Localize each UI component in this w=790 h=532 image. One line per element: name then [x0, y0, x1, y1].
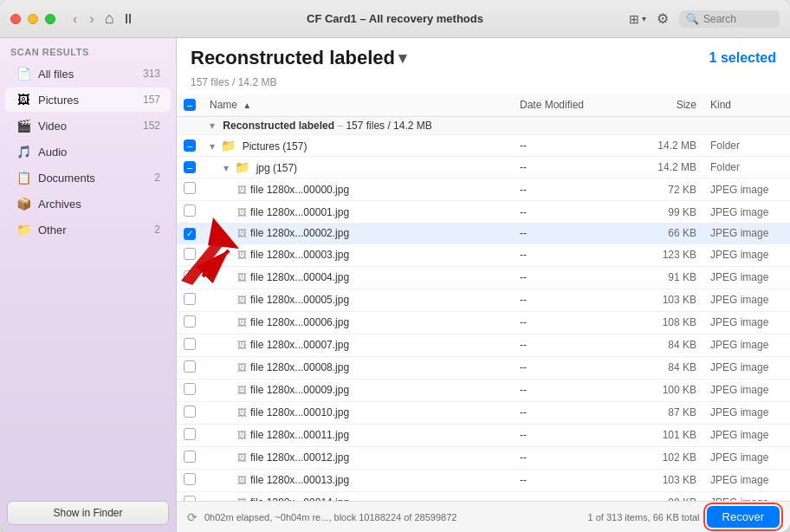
jpg-folder-kind: Folder [703, 157, 790, 178]
file-checkbox[interactable] [184, 473, 196, 485]
col-header-name[interactable]: Name ▲ [203, 94, 513, 117]
file-checkbox[interactable] [184, 428, 196, 440]
file-checkbox[interactable] [184, 248, 196, 260]
jpg-folder-size: 14.2 MB [634, 157, 703, 178]
file-kind: JPEG image [703, 178, 790, 201]
col-header-date[interactable]: Date Modified [513, 94, 634, 117]
file-kind: JPEG image [703, 379, 790, 401]
recover-button[interactable]: Recover [707, 506, 780, 528]
table-row[interactable]: 🖼file 1280x...00001.jpg--99 KBJPEG image [177, 201, 790, 224]
file-table: – Name ▲ Date Modified Size Kind [177, 94, 790, 501]
table-row[interactable]: 🖼file 1280x...00000.jpg--72 KBJPEG image [177, 178, 790, 201]
forward-button[interactable]: › [86, 10, 97, 29]
sidebar-item-all-files[interactable]: 📄 All files 313 [5, 62, 171, 86]
table-row[interactable]: 🖼file 1280x...00006.jpg--108 KBJPEG imag… [177, 311, 790, 334]
sidebar-label-documents: Documents [38, 172, 147, 185]
table-row[interactable]: 🖼file 1280x...00005.jpg--103 KBJPEG imag… [177, 289, 790, 311]
sidebar: Scan results 📄 All files 313 🖼 Pictures … [0, 38, 177, 532]
file-date: -- [513, 491, 634, 501]
file-checkbox[interactable] [184, 360, 196, 373]
file-name: 🖼file 1280x...00000.jpg [203, 178, 513, 201]
pause-button[interactable]: ⏸ [121, 11, 135, 27]
file-checkbox[interactable] [184, 451, 196, 463]
file-date: -- [513, 401, 634, 424]
view-toggle-button[interactable]: ⊞ ▾ [629, 12, 646, 26]
close-button[interactable] [10, 14, 21, 24]
maximize-button[interactable] [45, 14, 55, 24]
file-kind: JPEG image [703, 266, 790, 289]
search-input[interactable] [703, 13, 773, 25]
col-header-size[interactable]: Size [634, 94, 703, 117]
home-button[interactable]: ⌂ [105, 10, 114, 28]
table-row[interactable]: 🖼file 1280x...00009.jpg--100 KBJPEG imag… [177, 379, 790, 401]
titlebar-controls: ⊞ ▾ ⚙ 🔍 [629, 10, 780, 28]
filter-button[interactable]: ⚙ [657, 10, 669, 27]
file-checkbox[interactable] [184, 204, 196, 217]
status-text: 0h02m elapsed, ~0h04m re..., block 10188… [204, 512, 581, 522]
file-table-container[interactable]: – Name ▲ Date Modified Size Kind [177, 94, 790, 501]
back-button[interactable]: ‹ [69, 10, 81, 29]
table-row[interactable]: 🖼file 1280x...00008.jpg--84 KBJPEG image [177, 356, 790, 379]
status-count: 1 of 313 items, 66 KB total [588, 512, 700, 522]
table-row[interactable]: – ▾ 📁 Pictures (157) -- 14.2 MB Folder [177, 135, 790, 157]
table-row[interactable]: 🖼file 1280x...00011.jpg--101 KBJPEG imag… [177, 424, 790, 446]
sidebar-count-pictures: 157 [143, 94, 160, 106]
view-grid-icon: ⊞ [629, 12, 639, 26]
file-checkbox[interactable] [184, 383, 196, 395]
search-box: 🔍 [679, 10, 780, 28]
table-row[interactable]: – ▾ 📁 jpg (157) -- 14.2 MB Folder [177, 157, 790, 178]
file-checkbox[interactable] [184, 293, 196, 305]
jpg-folder-checkbox[interactable]: – [184, 161, 196, 173]
file-date: -- [513, 266, 634, 289]
file-checkbox[interactable] [184, 270, 196, 282]
main-window: ‹ › ⌂ ⏸ CF Card1 – All recovery methods … [0, 0, 790, 532]
file-name: 🖼file 1280x...00012.jpg [203, 446, 513, 469]
file-checkbox[interactable] [184, 182, 196, 194]
sidebar-item-documents[interactable]: 📋 Documents 2 [5, 165, 171, 190]
sidebar-label-video: Video [38, 120, 136, 133]
sidebar-item-other[interactable]: 📁 Other 2 [5, 217, 171, 242]
minimize-button[interactable] [28, 14, 38, 24]
table-row[interactable]: 🖼file 1280x...00004.jpg--91 KBJPEG image [177, 266, 790, 289]
file-name: 🖼file 1280x...00006.jpg [203, 311, 513, 334]
traffic-lights [10, 14, 55, 24]
file-kind: JPEG image [703, 356, 790, 379]
table-row[interactable]: 🖼file 1280x...00010.jpg--87 KBJPEG image [177, 401, 790, 424]
table-row[interactable]: 🖼file 1280x...00014.jpg--99 KBJPEG image [177, 491, 790, 501]
select-all-checkbox[interactable]: – [184, 99, 196, 111]
sidebar-item-audio[interactable]: 🎵 Audio [5, 139, 171, 164]
search-icon: 🔍 [686, 13, 699, 25]
sidebar-item-video[interactable]: 🎬 Video 152 [5, 114, 171, 138]
file-checkbox[interactable] [184, 315, 196, 328]
sidebar-label-archives: Archives [38, 198, 153, 211]
table-row[interactable]: 🖼file 1280x...00012.jpg--102 KBJPEG imag… [177, 446, 790, 469]
show-in-finder-button[interactable]: Show in Finder [7, 501, 169, 525]
pictures-folder-name: ▾ 📁 Pictures (157) [203, 135, 513, 157]
file-date: -- [513, 356, 634, 379]
table-row[interactable]: 🖼file 1280x...00003.jpg--123 KBJPEG imag… [177, 243, 790, 266]
file-checkbox[interactable] [184, 405, 196, 418]
sidebar-item-archives[interactable]: 📦 Archives [5, 191, 171, 216]
file-size: 103 KB [634, 289, 703, 311]
col-header-kind[interactable]: Kind [703, 94, 790, 117]
table-row[interactable]: ✓🖼file 1280x...00002.jpg--66 KBJPEG imag… [177, 224, 790, 244]
content-title-group: Reconstructed labeled ▾ [191, 47, 406, 69]
pictures-folder-checkbox[interactable]: – [184, 139, 196, 152]
file-size: 87 KB [634, 401, 703, 424]
documents-icon: 📋 [16, 170, 31, 185]
pictures-icon: 🖼 [16, 92, 31, 107]
file-kind: JPEG image [703, 424, 790, 446]
file-date: -- [513, 201, 634, 224]
file-checkbox[interactable] [184, 338, 196, 350]
file-size: 101 KB [634, 424, 703, 446]
file-kind: JPEG image [703, 243, 790, 266]
table-row[interactable]: 🖼file 1280x...00013.jpg--103 KBJPEG imag… [177, 469, 790, 491]
file-checkbox[interactable]: ✓ [184, 228, 196, 240]
file-date: -- [513, 379, 634, 401]
table-row[interactable]: 🖼file 1280x...00007.jpg--84 KBJPEG image [177, 334, 790, 356]
main-area: Scan results 📄 All files 313 🖼 Pictures … [0, 38, 790, 532]
file-name: 🖼file 1280x...00003.jpg [203, 243, 513, 266]
file-size: 123 KB [634, 243, 703, 266]
content-subtitle: 157 files / 14.2 MB [177, 76, 790, 94]
sidebar-item-pictures[interactable]: 🖼 Pictures 157 [5, 88, 171, 112]
